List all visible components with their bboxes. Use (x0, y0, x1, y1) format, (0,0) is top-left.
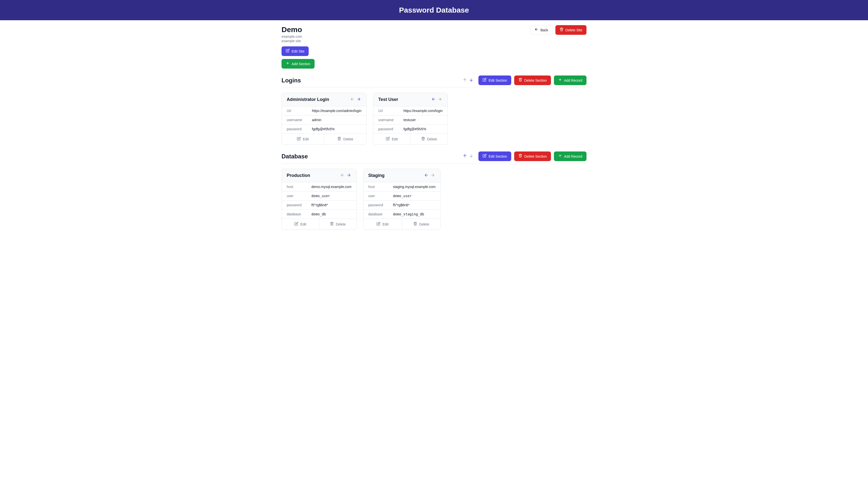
edit-icon (483, 78, 487, 83)
records-row: Administrator LoginUrlhttps://example.co… (281, 93, 587, 145)
record-field-row: databasedemo_staging_db (364, 210, 441, 219)
trash-icon (560, 27, 563, 33)
record-card: Administrator LoginUrlhttps://example.co… (281, 93, 367, 145)
field-value: fgdfg@#5fv5% (399, 125, 447, 134)
delete-label: Delete (343, 137, 353, 141)
arrow-down-icon (469, 78, 473, 83)
delete-record-button[interactable]: Delete (319, 219, 356, 230)
move-section-up-button (462, 77, 468, 83)
delete-record-button[interactable]: Delete (410, 134, 447, 144)
move-section-up-button[interactable] (462, 153, 468, 159)
add-section-button[interactable]: Add Section (281, 59, 315, 69)
move-record-right-button[interactable] (356, 96, 362, 103)
trash-icon (518, 154, 522, 159)
add-record-button[interactable]: Add Record (554, 75, 587, 85)
add-record-label: Add Record (564, 154, 582, 159)
edit-icon (294, 222, 298, 226)
delete-record-button[interactable]: Delete (324, 134, 366, 144)
field-key: user (364, 191, 388, 201)
move-record-right-button (430, 173, 435, 179)
field-key: username (282, 116, 307, 125)
trash-icon (413, 222, 417, 226)
arrow-up-icon (463, 154, 467, 159)
move-record-left-button[interactable] (431, 96, 436, 103)
field-value: demo.mysql.example.com (306, 182, 356, 191)
delete-label: Delete (336, 222, 346, 226)
field-value: staging.mysql.example.com (388, 182, 440, 191)
edit-record-button[interactable]: Edit (282, 134, 324, 144)
record-field-row: databasedemo_db (282, 210, 356, 219)
move-section-down-button (469, 153, 474, 159)
record-field-row: userdemo_user (282, 191, 356, 201)
delete-section-button[interactable]: Delete Section (514, 75, 551, 85)
records-row: Productionhostdemo.mysql.example.comuser… (281, 169, 587, 230)
arrow-left-icon (534, 27, 538, 33)
delete-section-button[interactable]: Delete Section (514, 151, 551, 161)
edit-icon (483, 154, 487, 159)
field-value: f5^rg$6n6* (388, 201, 440, 210)
field-value: demo_user (306, 191, 356, 201)
delete-label: Delete (419, 222, 429, 226)
delete-section-label: Delete Section (524, 154, 547, 159)
edit-record-button[interactable]: Edit (373, 134, 410, 144)
arrow-left-icon (424, 173, 429, 178)
move-record-left-button (340, 173, 345, 179)
record-title: Test User (378, 97, 398, 102)
edit-site-button[interactable]: Edit Site (281, 47, 309, 56)
edit-label: Edit (382, 222, 389, 226)
edit-label: Edit (300, 222, 306, 226)
edit-icon (286, 49, 290, 54)
record-card: Productionhostdemo.mysql.example.comuser… (281, 169, 357, 230)
arrow-right-icon (356, 97, 361, 102)
field-key: password (282, 201, 306, 210)
edit-section-button[interactable]: Edit Section (478, 75, 511, 85)
field-value: demo_staging_db (388, 210, 440, 219)
trash-icon (421, 137, 425, 141)
arrow-left-icon (350, 97, 354, 102)
record-title: Administrator Login (287, 97, 329, 102)
record-field-row: Urlhttps://example.com/admin/login (282, 106, 366, 116)
edit-label: Edit (303, 137, 309, 141)
record-field-row: usernametestuser (373, 116, 447, 125)
field-key: Url (373, 106, 399, 116)
field-value: fgdfg@#5fv5% (307, 125, 366, 134)
move-record-right-button[interactable] (346, 173, 351, 179)
edit-section-label: Edit Section (489, 154, 507, 159)
edit-record-button[interactable]: Edit (282, 219, 319, 230)
section-title: Database (281, 153, 308, 160)
record-field-row: passwordf5^rg$6n6* (364, 201, 441, 210)
move-record-left-button[interactable] (424, 173, 429, 179)
field-value: demo_user (388, 191, 440, 201)
add-record-button[interactable]: Add Record (554, 151, 587, 161)
move-section-down-button[interactable] (469, 77, 474, 83)
back-button[interactable]: Back (530, 25, 552, 35)
field-key: host (364, 182, 388, 191)
trash-icon (337, 137, 341, 141)
field-key: database (364, 210, 388, 219)
field-key: user (282, 191, 306, 201)
trash-icon (330, 222, 334, 226)
field-key: username (373, 116, 399, 125)
record-field-row: userdemo_user (364, 191, 441, 201)
add-section-label: Add Section (292, 61, 310, 66)
edit-record-button[interactable]: Edit (364, 219, 402, 230)
edit-section-button[interactable]: Edit Section (478, 151, 511, 161)
record-field-row: passwordf5^rg$6n6* (282, 201, 356, 210)
section-block: LoginsEdit SectionDelete SectionAdd Reco… (281, 75, 587, 145)
delete-site-button[interactable]: Delete Site (555, 25, 587, 35)
record-field-row: passwordfgdfg@#5fv5% (282, 125, 366, 134)
field-key: password (364, 201, 388, 210)
field-key: Url (282, 106, 307, 116)
arrow-right-icon (438, 97, 442, 102)
arrow-right-icon (347, 173, 351, 178)
back-label: Back (540, 28, 548, 33)
record-card: Test UserUrlhttps://example.com/loginuse… (373, 93, 448, 145)
edit-icon (376, 222, 380, 226)
edit-section-label: Edit Section (489, 78, 507, 83)
field-value: demo_db (306, 210, 356, 219)
app-header: Password Database (0, 0, 868, 20)
plus-icon (558, 78, 562, 83)
record-card: Staginghoststaging.mysql.example.comuser… (363, 169, 441, 230)
delete-record-button[interactable]: Delete (402, 219, 440, 230)
record-field-row: hostdemo.mysql.example.com (282, 182, 356, 191)
